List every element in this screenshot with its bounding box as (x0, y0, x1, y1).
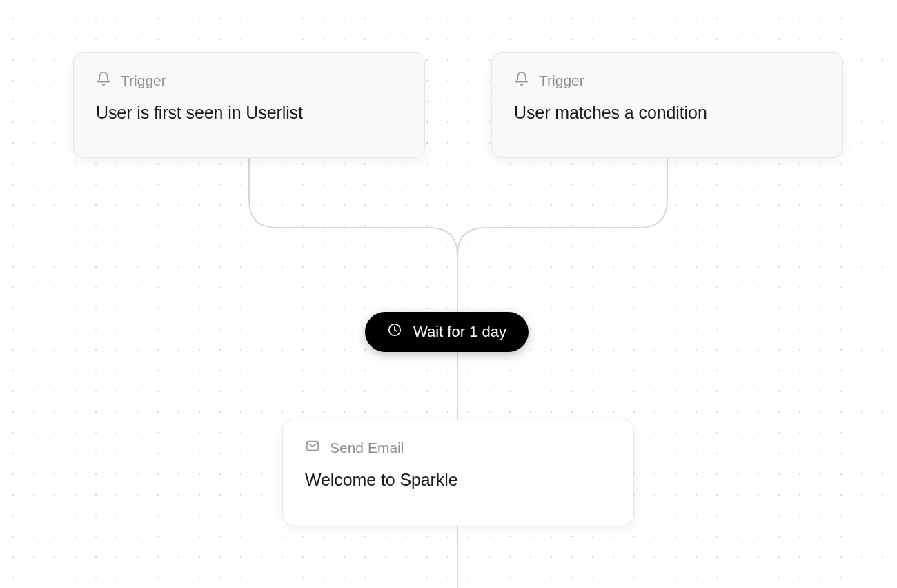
mail-icon (305, 438, 320, 457)
node-header: Trigger (96, 71, 402, 90)
node-header: Send Email (305, 438, 611, 457)
workflow-canvas[interactable]: Trigger User is first seen in Userlist T… (0, 0, 897, 588)
trigger-node-first-seen[interactable]: Trigger User is first seen in Userlist (73, 52, 425, 158)
trigger-node-matches-condition[interactable]: Trigger User matches a condition (491, 52, 843, 158)
wait-node[interactable]: Wait for 1 day (365, 312, 529, 352)
bell-icon (514, 71, 529, 90)
node-type-label: Trigger (539, 72, 584, 89)
node-header: Trigger (514, 71, 820, 90)
clock-icon (387, 322, 402, 342)
email-node-welcome[interactable]: Send Email Welcome to Sparkle (282, 420, 634, 525)
node-title: User matches a condition (514, 102, 820, 123)
wait-label: Wait for 1 day (413, 323, 506, 341)
node-type-label: Trigger (121, 72, 166, 89)
bell-icon (96, 71, 111, 90)
node-title: Welcome to Sparkle (305, 469, 611, 490)
node-title: User is first seen in Userlist (96, 102, 402, 123)
node-type-label: Send Email (330, 440, 404, 456)
